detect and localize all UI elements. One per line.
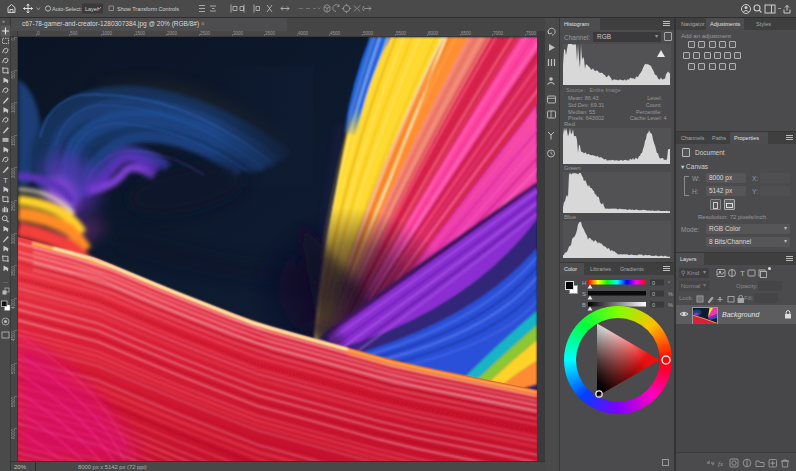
svg-text:H: H (582, 280, 586, 286)
svg-text:0: 0 (652, 280, 655, 286)
svg-text:S: S (582, 291, 586, 297)
svg-text:°: ° (668, 280, 670, 286)
svg-text:0: 0 (652, 291, 655, 297)
svg-text:fx: fx (718, 460, 724, 468)
svg-text:T: T (740, 269, 745, 278)
svg-text:...: ... (3, 278, 8, 284)
svg-text:%: % (668, 291, 673, 297)
svg-text:T: T (3, 176, 8, 185)
